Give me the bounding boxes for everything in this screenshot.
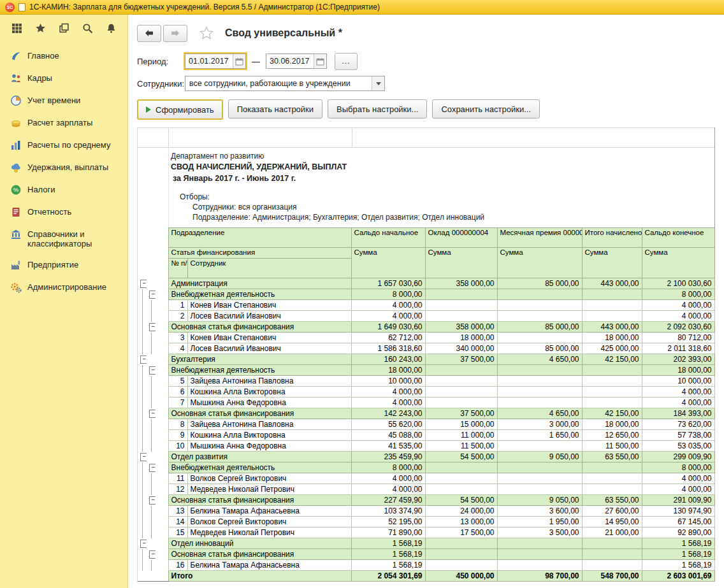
cell-value[interactable]	[497, 473, 582, 484]
collapse-toggle[interactable]: −	[140, 453, 147, 461]
chevron-down-icon[interactable]	[372, 76, 384, 90]
cell-value[interactable]: 17 500,00	[425, 527, 497, 538]
cell-value[interactable]: 1 568,19	[351, 560, 425, 571]
employees-combobox[interactable]: все сотрудники, работающие в учреждении	[185, 76, 385, 91]
cell-value[interactable]: 85 000,00	[497, 278, 582, 289]
cell-num[interactable]: 6	[168, 387, 187, 398]
cell-value[interactable]	[497, 376, 582, 387]
favorite-toggle-star-icon[interactable]	[199, 26, 214, 40]
cell-value[interactable]: 42 150,00	[582, 408, 642, 419]
cell-num[interactable]: 13	[168, 506, 187, 517]
cell-employee[interactable]: Кошкина Алла Викторовна	[187, 387, 351, 398]
cell-num[interactable]: 9	[168, 430, 187, 441]
cell-employee[interactable]: Белкина Тамара Афанасьевна	[187, 506, 351, 517]
cell-value[interactable]: 2 603 001,69	[642, 571, 714, 582]
sidebar-item-salary[interactable]: Расчет зарплаты	[0, 112, 127, 134]
sidebar-item-payments[interactable]: Удержания, выплаты	[0, 157, 127, 179]
cell-value[interactable]: 8 000,00	[642, 289, 714, 300]
cell-value[interactable]	[497, 549, 582, 560]
cell-value[interactable]: 4 000,00	[351, 484, 425, 495]
cell-value[interactable]: 3 600,00	[497, 506, 582, 517]
cell-value[interactable]	[497, 441, 582, 452]
cell-num[interactable]: 15	[168, 527, 187, 538]
cell-value[interactable]	[497, 365, 582, 376]
cell-value[interactable]	[425, 376, 497, 387]
date-to-field[interactable]: 30.06.2017	[266, 54, 327, 69]
cell-value[interactable]	[425, 560, 497, 571]
cell-value[interactable]: 37 500,00	[425, 354, 497, 365]
cell-value[interactable]: 4 000,00	[642, 398, 714, 408]
cell-value[interactable]: 1 950,00	[497, 517, 582, 527]
forward-button[interactable]	[163, 25, 187, 42]
cell-num[interactable]: 14	[168, 517, 187, 527]
cell-value[interactable]: 98 700,00	[497, 571, 582, 582]
show-settings-button[interactable]: Показать настройки	[228, 99, 322, 118]
cell-group-name[interactable]: Отдел инноваций	[168, 538, 351, 549]
cell-value[interactable]	[497, 333, 582, 343]
cell-value[interactable]: 18 000,00	[582, 419, 642, 430]
cell-num[interactable]: 1	[168, 300, 187, 311]
cell-value[interactable]	[497, 387, 582, 398]
period-more-button[interactable]: ...	[335, 53, 358, 70]
cell-value[interactable]: 80 712,00	[642, 333, 714, 343]
cell-value[interactable]: 1 586 318,60	[351, 343, 425, 354]
generate-button[interactable]: Сформировать	[137, 99, 223, 120]
cell-value[interactable]	[497, 300, 582, 311]
cell-group-name[interactable]: Основная статья финансирования	[168, 495, 351, 506]
col-header-amount[interactable]: Сальдо конечное	[642, 228, 714, 248]
cell-value[interactable]	[497, 538, 582, 549]
cell-value[interactable]: 24 000,00	[425, 506, 497, 517]
cell-value[interactable]: 62 712,00	[351, 333, 425, 343]
cell-employee[interactable]: Волков Сергей Викторович	[187, 517, 351, 527]
cell-value[interactable]: 37 500,00	[425, 408, 497, 419]
cell-value[interactable]: 1 568,19	[642, 538, 714, 549]
cell-group-name[interactable]: Внебюджетная деятельность	[168, 463, 351, 473]
cell-value[interactable]: 103 374,90	[351, 506, 425, 517]
col-header-sum[interactable]: Сумма	[351, 248, 425, 278]
cell-value[interactable]: 92 890,00	[642, 527, 714, 538]
cell-value[interactable]: 63 550,00	[582, 495, 642, 506]
cell-value[interactable]	[425, 311, 497, 322]
cell-value[interactable]: 299 009,90	[642, 452, 714, 463]
cell-num[interactable]: 3	[168, 333, 187, 343]
cell-group-name[interactable]: Администрация	[168, 278, 351, 289]
cell-employee[interactable]: Кошкина Алла Викторовна	[187, 430, 351, 441]
cell-employee[interactable]: Мышкина Анна Федоровна	[187, 441, 351, 452]
collapse-toggle[interactable]: −	[140, 355, 147, 364]
collapse-toggle[interactable]: −	[140, 280, 147, 288]
cell-value[interactable]	[582, 376, 642, 387]
cell-value[interactable]: 340 000,00	[425, 343, 497, 354]
col-header-employee[interactable]: Сотрудник	[187, 259, 351, 278]
cell-value[interactable]	[582, 289, 642, 300]
cell-value[interactable]	[497, 560, 582, 571]
sidebar-item-staff[interactable]: Кадры	[0, 68, 127, 90]
cell-group-name[interactable]: Основная статья финансирования	[168, 408, 351, 419]
col-header-dept[interactable]: Подразделение	[168, 228, 351, 248]
cell-employee[interactable]: Белкина Тамара Афанасьевна	[187, 560, 351, 571]
cell-employee[interactable]: Лосев Василий Иванович	[187, 311, 351, 322]
calendar-icon[interactable]	[314, 54, 326, 68]
cell-value[interactable]: 9 050,00	[497, 495, 582, 506]
history-icon[interactable]	[57, 22, 70, 34]
sidebar-item-taxes[interactable]: %Налоги	[0, 179, 127, 201]
cell-value[interactable]	[497, 311, 582, 322]
cell-value[interactable]	[425, 398, 497, 408]
cell-value[interactable]: 73 620,00	[642, 419, 714, 430]
cell-value[interactable]: 54 500,00	[425, 495, 497, 506]
cell-value[interactable]	[425, 387, 497, 398]
sidebar-item-timesheet[interactable]: Учет времени	[0, 90, 127, 112]
cell-value[interactable]: 4 000,00	[351, 311, 425, 322]
cell-value[interactable]: 1 657 030,60	[351, 278, 425, 289]
cell-value[interactable]: 443 000,00	[582, 278, 642, 289]
cell-value[interactable]: 450 000,00	[425, 571, 497, 582]
date-from-field[interactable]: 01.01.2017	[185, 54, 246, 69]
cell-value[interactable]	[497, 289, 582, 300]
col-header-amount[interactable]: Сальдо начальное	[351, 228, 425, 248]
col-header-sum[interactable]: Сумма	[497, 248, 582, 278]
col-header-amount[interactable]: Месячная премия 000000011	[497, 228, 582, 248]
cell-value[interactable]	[497, 484, 582, 495]
cell-value[interactable]: 45 088,00	[351, 430, 425, 441]
cell-group-name[interactable]: Внебюджетная деятельность	[168, 289, 351, 300]
collapse-toggle[interactable]: −	[140, 540, 147, 548]
cell-value[interactable]: 11 000,00	[425, 430, 497, 441]
